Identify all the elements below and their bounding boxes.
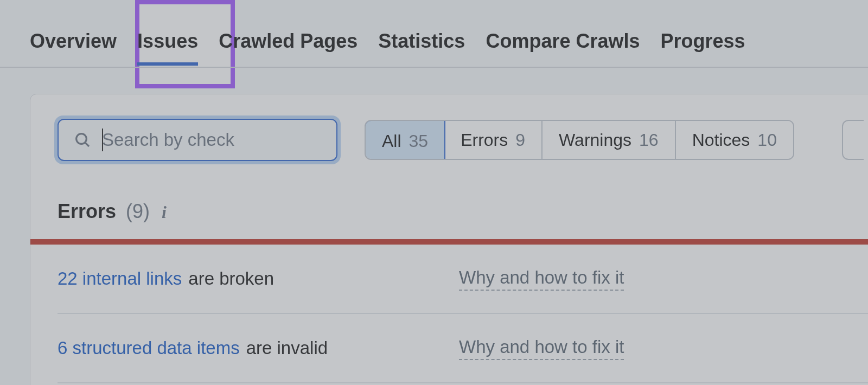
issue-text: are broken [188, 268, 274, 289]
issue-row: 6 structured data items are invalid Why … [58, 314, 868, 383]
tab-crawled-pages[interactable]: Crawled Pages [219, 14, 358, 67]
issue-description: 6 structured data items are invalid [58, 338, 432, 358]
errors-severity-bar [30, 239, 868, 245]
svg-point-0 [76, 134, 87, 144]
filter-all-count: 35 [409, 131, 429, 151]
svg-line-1 [85, 143, 89, 146]
errors-title: Errors [58, 200, 116, 223]
info-icon[interactable]: i [162, 202, 167, 222]
tab-compare-crawls[interactable]: Compare Crawls [486, 14, 640, 67]
issues-card: All 35 Errors 9 Warnings 16 Notices 10 E… [30, 94, 868, 385]
filter-errors[interactable]: Errors 9 [444, 121, 542, 159]
filter-warnings-count: 16 [639, 130, 659, 150]
tab-statistics[interactable]: Statistics [378, 14, 465, 67]
filter-errors-label: Errors [461, 130, 508, 150]
tab-navigation: Overview Issues Crawled Pages Statistics… [0, 0, 868, 68]
errors-section-header: Errors (9) i [58, 200, 868, 223]
tab-overview[interactable]: Overview [30, 14, 117, 67]
tab-issues[interactable]: Issues [137, 14, 198, 67]
filter-all-label: All [382, 131, 401, 151]
issue-text: are invalid [246, 338, 328, 358]
issue-description: 22 internal links are broken [58, 268, 432, 289]
text-caret [102, 129, 103, 151]
filter-all[interactable]: All 35 [365, 120, 445, 160]
issue-link[interactable]: 6 structured data items [58, 338, 240, 358]
issue-fix-link[interactable]: Why and how to fix it [459, 267, 624, 291]
errors-count: (9) [126, 200, 150, 223]
search-input[interactable] [58, 119, 337, 161]
filter-notices-label: Notices [692, 130, 750, 150]
filter-warnings-label: Warnings [559, 130, 631, 150]
issue-fix-link[interactable]: Why and how to fix it [459, 337, 624, 360]
search-icon [74, 131, 91, 149]
issue-row: 22 internal links are broken Why and how… [58, 245, 868, 314]
filter-warnings[interactable]: Warnings 16 [542, 121, 676, 159]
filter-notices[interactable]: Notices 10 [676, 121, 793, 159]
search-wrap [58, 119, 337, 161]
filter-notices-count: 10 [757, 130, 777, 150]
filter-overflow-stub[interactable] [842, 120, 864, 160]
filter-errors-count: 9 [515, 130, 525, 150]
filter-pill-group: All 35 Errors 9 Warnings 16 Notices 10 [365, 120, 794, 160]
tab-progress[interactable]: Progress [661, 14, 745, 67]
controls-row: All 35 Errors 9 Warnings 16 Notices 10 [58, 119, 868, 161]
issue-link[interactable]: 22 internal links [58, 268, 182, 289]
